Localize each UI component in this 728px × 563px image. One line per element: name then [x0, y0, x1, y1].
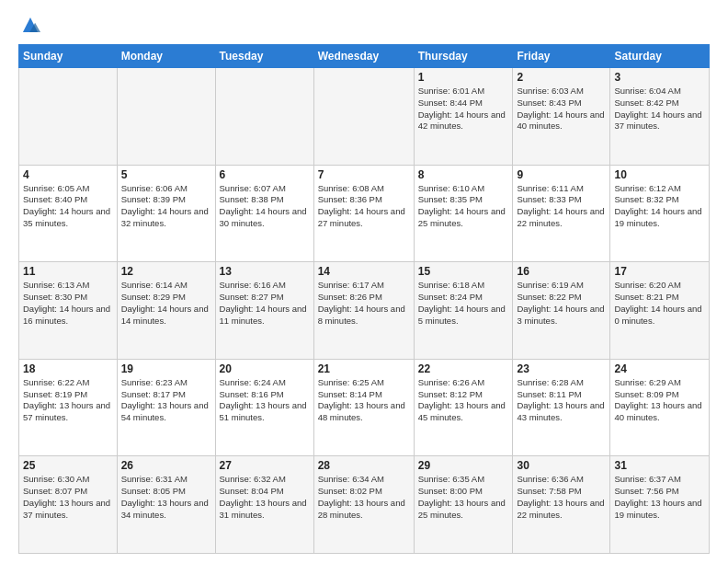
day-info: Sunrise: 6:29 AM Sunset: 8:09 PM Dayligh… [614, 377, 705, 424]
day-number: 24 [614, 362, 705, 375]
day-number: 23 [517, 362, 606, 375]
day-info: Sunrise: 6:05 AM Sunset: 8:40 PM Dayligh… [23, 183, 113, 230]
day-info: Sunrise: 6:34 AM Sunset: 8:02 PM Dayligh… [318, 474, 410, 521]
day-info: Sunrise: 6:37 AM Sunset: 7:56 PM Dayligh… [614, 474, 705, 521]
day-info: Sunrise: 6:07 AM Sunset: 8:38 PM Dayligh… [220, 183, 310, 230]
day-number: 11 [23, 265, 113, 278]
calendar-cell: 31Sunrise: 6:37 AM Sunset: 7:56 PM Dayli… [610, 456, 710, 554]
calendar-week-2: 4Sunrise: 6:05 AM Sunset: 8:40 PM Daylig… [19, 165, 710, 262]
day-info: Sunrise: 6:25 AM Sunset: 8:14 PM Dayligh… [318, 377, 410, 424]
header-sunday: Sunday [19, 45, 118, 68]
calendar-cell: 3Sunrise: 6:04 AM Sunset: 8:42 PM Daylig… [610, 68, 710, 166]
day-number: 22 [418, 362, 509, 375]
calendar-cell: 10Sunrise: 6:12 AM Sunset: 8:32 PM Dayli… [610, 165, 710, 262]
calendar-cell [19, 68, 118, 166]
header-friday: Friday [513, 45, 610, 68]
page-header [18, 15, 710, 35]
logo [18, 15, 40, 35]
calendar-cell: 22Sunrise: 6:26 AM Sunset: 8:12 PM Dayli… [414, 359, 513, 456]
day-info: Sunrise: 6:08 AM Sunset: 8:36 PM Dayligh… [318, 183, 410, 230]
day-info: Sunrise: 6:24 AM Sunset: 8:16 PM Dayligh… [220, 377, 310, 424]
day-number: 29 [418, 459, 509, 472]
day-number: 18 [23, 362, 113, 375]
day-number: 16 [517, 265, 606, 278]
day-info: Sunrise: 6:31 AM Sunset: 8:05 PM Dayligh… [121, 474, 211, 521]
calendar-header-row: SundayMondayTuesdayWednesdayThursdayFrid… [19, 45, 710, 68]
calendar-week-1: 1Sunrise: 6:01 AM Sunset: 8:44 PM Daylig… [19, 68, 710, 166]
day-info: Sunrise: 6:11 AM Sunset: 8:33 PM Dayligh… [517, 183, 606, 230]
day-number: 5 [121, 168, 211, 181]
day-number: 19 [121, 362, 211, 375]
calendar: SundayMondayTuesdayWednesdayThursdayFrid… [18, 44, 710, 554]
day-number: 7 [318, 168, 410, 181]
day-number: 2 [517, 71, 606, 84]
day-number: 30 [517, 459, 606, 472]
calendar-cell: 6Sunrise: 6:07 AM Sunset: 8:38 PM Daylig… [215, 165, 313, 262]
day-info: Sunrise: 6:16 AM Sunset: 8:27 PM Dayligh… [220, 280, 310, 327]
day-info: Sunrise: 6:19 AM Sunset: 8:22 PM Dayligh… [517, 280, 606, 327]
day-number: 27 [220, 459, 310, 472]
calendar-cell: 5Sunrise: 6:06 AM Sunset: 8:39 PM Daylig… [117, 165, 215, 262]
day-info: Sunrise: 6:30 AM Sunset: 8:07 PM Dayligh… [23, 474, 113, 521]
day-info: Sunrise: 6:35 AM Sunset: 8:00 PM Dayligh… [418, 474, 509, 521]
header-wednesday: Wednesday [313, 45, 414, 68]
day-number: 28 [318, 459, 410, 472]
day-number: 10 [614, 168, 705, 181]
calendar-cell: 21Sunrise: 6:25 AM Sunset: 8:14 PM Dayli… [313, 359, 414, 456]
day-number: 6 [220, 168, 310, 181]
day-info: Sunrise: 6:20 AM Sunset: 8:21 PM Dayligh… [614, 280, 705, 327]
day-number: 14 [318, 265, 410, 278]
day-info: Sunrise: 6:36 AM Sunset: 7:58 PM Dayligh… [517, 474, 606, 521]
calendar-table: SundayMondayTuesdayWednesdayThursdayFrid… [18, 44, 710, 554]
calendar-cell: 14Sunrise: 6:17 AM Sunset: 8:26 PM Dayli… [313, 262, 414, 360]
header-thursday: Thursday [414, 45, 513, 68]
day-number: 9 [517, 168, 606, 181]
day-info: Sunrise: 6:23 AM Sunset: 8:17 PM Dayligh… [121, 377, 211, 424]
day-info: Sunrise: 6:17 AM Sunset: 8:26 PM Dayligh… [318, 280, 410, 327]
day-info: Sunrise: 6:18 AM Sunset: 8:24 PM Dayligh… [418, 280, 509, 327]
calendar-week-4: 18Sunrise: 6:22 AM Sunset: 8:19 PM Dayli… [19, 359, 710, 456]
calendar-cell: 30Sunrise: 6:36 AM Sunset: 7:58 PM Dayli… [513, 456, 610, 554]
calendar-cell: 28Sunrise: 6:34 AM Sunset: 8:02 PM Dayli… [313, 456, 414, 554]
day-info: Sunrise: 6:14 AM Sunset: 8:29 PM Dayligh… [121, 280, 211, 327]
header-monday: Monday [117, 45, 215, 68]
header-tuesday: Tuesday [215, 45, 313, 68]
day-info: Sunrise: 6:32 AM Sunset: 8:04 PM Dayligh… [220, 474, 310, 521]
calendar-cell: 1Sunrise: 6:01 AM Sunset: 8:44 PM Daylig… [414, 68, 513, 166]
calendar-cell: 15Sunrise: 6:18 AM Sunset: 8:24 PM Dayli… [414, 262, 513, 360]
calendar-cell: 9Sunrise: 6:11 AM Sunset: 8:33 PM Daylig… [513, 165, 610, 262]
calendar-cell: 13Sunrise: 6:16 AM Sunset: 8:27 PM Dayli… [215, 262, 313, 360]
calendar-cell: 20Sunrise: 6:24 AM Sunset: 8:16 PM Dayli… [215, 359, 313, 456]
day-number: 31 [614, 459, 705, 472]
day-number: 4 [23, 168, 113, 181]
day-info: Sunrise: 6:04 AM Sunset: 8:42 PM Dayligh… [614, 86, 705, 132]
calendar-cell: 23Sunrise: 6:28 AM Sunset: 8:11 PM Dayli… [513, 359, 610, 456]
day-number: 25 [23, 459, 113, 472]
day-number: 3 [614, 71, 705, 84]
calendar-cell [313, 68, 414, 166]
day-number: 8 [418, 168, 509, 181]
calendar-cell: 17Sunrise: 6:20 AM Sunset: 8:21 PM Dayli… [610, 262, 710, 360]
calendar-cell: 12Sunrise: 6:14 AM Sunset: 8:29 PM Dayli… [117, 262, 215, 360]
calendar-cell: 29Sunrise: 6:35 AM Sunset: 8:00 PM Dayli… [414, 456, 513, 554]
calendar-cell: 19Sunrise: 6:23 AM Sunset: 8:17 PM Dayli… [117, 359, 215, 456]
calendar-cell: 2Sunrise: 6:03 AM Sunset: 8:43 PM Daylig… [513, 68, 610, 166]
calendar-cell: 25Sunrise: 6:30 AM Sunset: 8:07 PM Dayli… [19, 456, 118, 554]
day-info: Sunrise: 6:26 AM Sunset: 8:12 PM Dayligh… [418, 377, 509, 424]
day-number: 12 [121, 265, 211, 278]
day-number: 15 [418, 265, 509, 278]
calendar-cell: 4Sunrise: 6:05 AM Sunset: 8:40 PM Daylig… [19, 165, 118, 262]
calendar-cell: 18Sunrise: 6:22 AM Sunset: 8:19 PM Dayli… [19, 359, 118, 456]
calendar-cell: 7Sunrise: 6:08 AM Sunset: 8:36 PM Daylig… [313, 165, 414, 262]
calendar-cell: 11Sunrise: 6:13 AM Sunset: 8:30 PM Dayli… [19, 262, 118, 360]
calendar-cell [215, 68, 313, 166]
day-info: Sunrise: 6:10 AM Sunset: 8:35 PM Dayligh… [418, 183, 509, 230]
calendar-cell: 8Sunrise: 6:10 AM Sunset: 8:35 PM Daylig… [414, 165, 513, 262]
day-number: 1 [418, 71, 509, 84]
calendar-cell: 16Sunrise: 6:19 AM Sunset: 8:22 PM Dayli… [513, 262, 610, 360]
day-info: Sunrise: 6:03 AM Sunset: 8:43 PM Dayligh… [517, 86, 606, 132]
day-info: Sunrise: 6:01 AM Sunset: 8:44 PM Dayligh… [418, 86, 509, 132]
day-number: 26 [121, 459, 211, 472]
day-info: Sunrise: 6:28 AM Sunset: 8:11 PM Dayligh… [517, 377, 606, 424]
day-number: 17 [614, 265, 705, 278]
